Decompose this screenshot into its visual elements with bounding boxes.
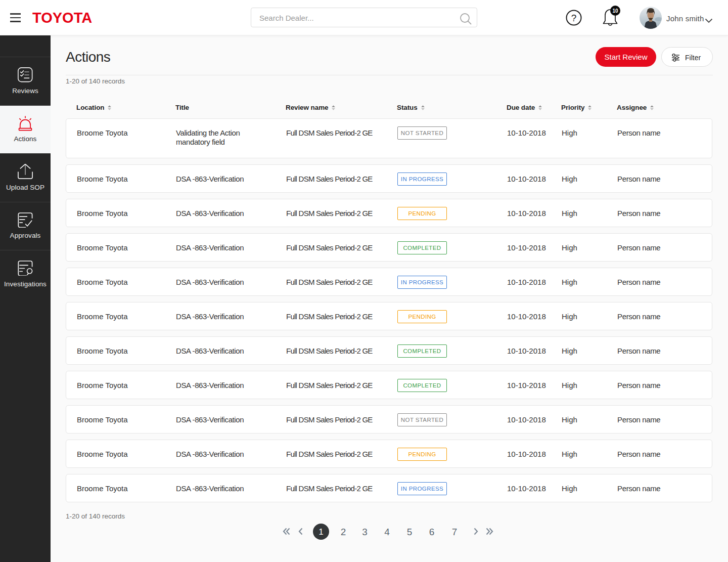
svg-text:?: ? xyxy=(571,13,577,23)
svg-text:10: 10 xyxy=(612,8,618,14)
